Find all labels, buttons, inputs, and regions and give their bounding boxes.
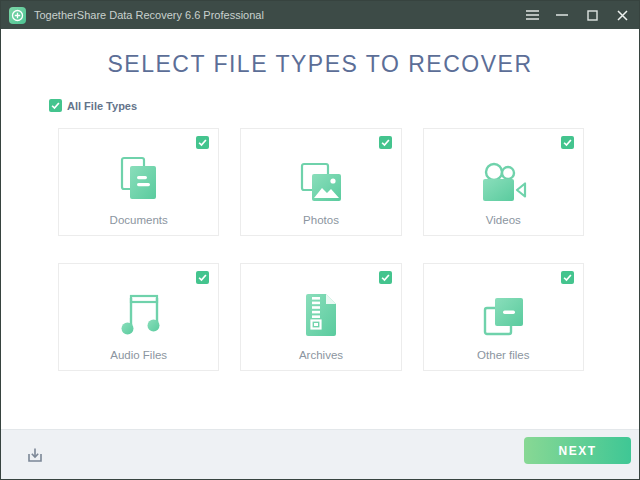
app-logo-icon — [9, 7, 26, 24]
close-icon[interactable] — [607, 1, 637, 29]
file-type-label: Archives — [299, 349, 343, 361]
all-file-types-label: All File Types — [67, 100, 137, 112]
minimize-icon[interactable] — [547, 1, 577, 29]
maximize-icon[interactable] — [577, 1, 607, 29]
archives-icon — [303, 276, 339, 338]
audio-files-icon — [118, 276, 160, 338]
window-controls — [517, 1, 639, 29]
file-type-card-archives[interactable]: Archives — [240, 263, 401, 371]
file-type-label: Videos — [486, 214, 521, 226]
next-button[interactable]: NEXT — [524, 437, 631, 464]
checkbox-checked-icon[interactable] — [196, 271, 209, 284]
checkbox-checked-icon[interactable] — [196, 136, 209, 149]
file-type-label: Photos — [303, 214, 339, 226]
main-content: SELECT FILE TYPES TO RECOVER All File Ty… — [1, 29, 639, 429]
page-title: SELECT FILE TYPES TO RECOVER — [1, 51, 639, 78]
all-file-types-checkbox[interactable]: All File Types — [49, 99, 137, 112]
file-type-card-audio-files[interactable]: Audio Files — [58, 263, 219, 371]
photos-icon — [299, 141, 343, 203]
app-window: TogetherShare Data Recovery 6.6 Professi… — [0, 0, 640, 480]
file-type-card-videos[interactable]: Videos — [423, 128, 584, 236]
window-title: TogetherShare Data Recovery 6.6 Professi… — [34, 9, 264, 21]
checkbox-checked-icon[interactable] — [379, 271, 392, 284]
file-type-label: Documents — [110, 214, 168, 226]
title-bar: TogetherShare Data Recovery 6.6 Professi… — [1, 1, 639, 29]
file-type-card-documents[interactable]: Documents — [58, 128, 219, 236]
checkbox-checked-icon[interactable] — [561, 271, 574, 284]
file-type-card-photos[interactable]: Photos — [240, 128, 401, 236]
file-type-label: Audio Files — [110, 349, 167, 361]
footer-bar: NEXT — [1, 429, 639, 479]
documents-icon — [119, 141, 159, 203]
other-files-icon — [482, 276, 525, 338]
checkbox-checked-icon[interactable] — [561, 136, 574, 149]
menu-icon[interactable] — [517, 1, 547, 29]
file-type-label: Other files — [477, 349, 529, 361]
file-type-card-other-files[interactable]: Other files — [423, 263, 584, 371]
videos-icon — [480, 141, 527, 203]
download-icon[interactable] — [25, 445, 45, 465]
checkbox-checked-icon[interactable] — [379, 136, 392, 149]
file-type-grid: Documents Photos — [58, 128, 584, 371]
checkbox-checked-icon[interactable] — [49, 99, 62, 112]
